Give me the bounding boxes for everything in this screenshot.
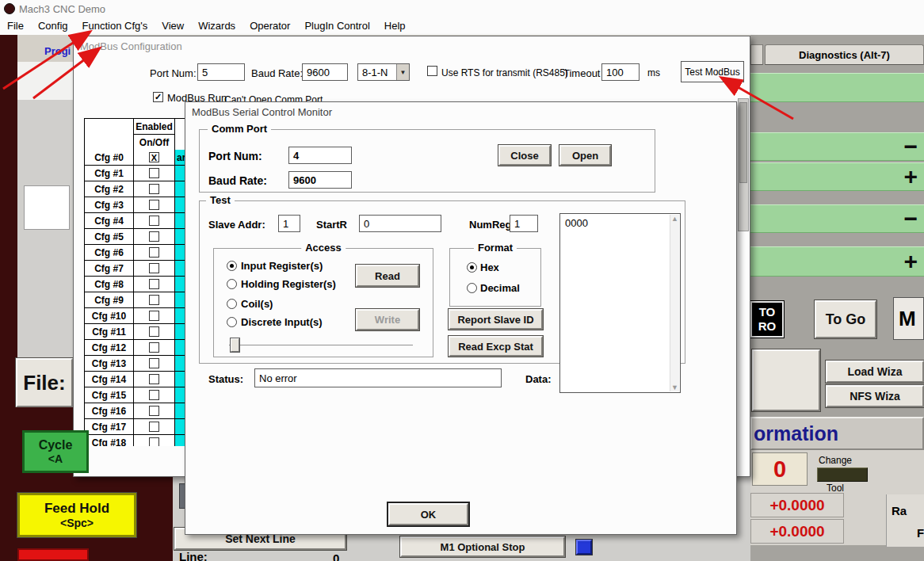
- cfg-row: Cfg #2: [85, 181, 192, 197]
- menu-item-file[interactable]: File: [0, 17, 31, 35]
- timeout-input[interactable]: 100: [601, 63, 640, 81]
- cfg-row-enabled-checkbox[interactable]: [134, 181, 175, 197]
- axis-bar-4[interactable]: −: [750, 204, 924, 233]
- cfg-row-enabled-checkbox[interactable]: [134, 261, 175, 277]
- cfg-row-enabled-checkbox[interactable]: [134, 308, 175, 324]
- chevron-down-icon[interactable]: ▼: [396, 64, 409, 80]
- cfg-row-enabled-checkbox[interactable]: [134, 435, 175, 446]
- axis-bar-3[interactable]: +: [750, 162, 924, 191]
- last-wizard-button-partial[interactable]: [752, 349, 820, 411]
- discrete-inputs-radio[interactable]: [227, 317, 237, 327]
- cfg-row-enabled-checkbox[interactable]: [134, 387, 175, 403]
- cfg-row-enabled-checkbox[interactable]: X: [134, 150, 175, 166]
- menu-item-function-cfgs[interactable]: Function Cfg's: [75, 17, 155, 35]
- checkbox-icon: [149, 358, 159, 368]
- read-excp-stat-button[interactable]: Read Excp Stat: [449, 336, 543, 357]
- tab-partial[interactable]: [750, 44, 763, 65]
- write-button[interactable]: Write: [356, 309, 419, 330]
- ok-button[interactable]: OK: [388, 503, 468, 525]
- file-button-partial[interactable]: File:: [16, 358, 73, 407]
- access-legend: Access: [301, 242, 346, 254]
- cfg-row-enabled-checkbox[interactable]: [134, 277, 175, 292]
- cfg-row-enabled-checkbox[interactable]: [134, 197, 175, 213]
- start-reg-input[interactable]: 0: [359, 215, 441, 232]
- data-listbox-scrollbar[interactable]: ▲ ▼: [670, 215, 679, 391]
- coils-radio[interactable]: [227, 299, 237, 309]
- axis-bar-5[interactable]: +: [750, 246, 924, 277]
- tool-change-panel: 0 Change Tool: [750, 450, 924, 493]
- hex-radio[interactable]: [467, 262, 477, 273]
- data-listbox[interactable]: 0000 ▲ ▼: [559, 213, 681, 393]
- cfg-row-enabled-checkbox[interactable]: [134, 213, 175, 229]
- monitor-port-num-input[interactable]: 4: [288, 147, 352, 164]
- feedrate-panel-partial: Ra F: [886, 494, 924, 547]
- rts-checkbox[interactable]: [427, 66, 437, 76]
- close-button[interactable]: Close: [498, 145, 551, 166]
- cfg-row: Cfg #11: [85, 324, 192, 340]
- to-go-button[interactable]: To Go: [815, 300, 876, 338]
- menu-item-help[interactable]: Help: [377, 17, 413, 35]
- menu-item-plugin-control[interactable]: PlugIn Control: [297, 17, 376, 35]
- program-run-tab-partial[interactable]: Progi: [44, 45, 71, 57]
- m1-led-indicator: [576, 540, 592, 555]
- cfg-row-enabled-checkbox[interactable]: [134, 419, 175, 435]
- port-num-input[interactable]: 5: [197, 63, 245, 81]
- slave-addr-input[interactable]: 1: [278, 215, 300, 232]
- menu-item-wizards[interactable]: Wizards: [191, 17, 242, 35]
- checkbox-icon: [149, 437, 159, 446]
- cfg-row-enabled-checkbox[interactable]: [134, 403, 175, 419]
- decimal-radio[interactable]: [467, 283, 477, 293]
- test-modbus-button[interactable]: Test ModBus: [681, 61, 744, 82]
- checkbox-icon: [149, 311, 159, 321]
- num-reg-input[interactable]: 1: [510, 215, 538, 232]
- menu-item-view[interactable]: View: [155, 17, 191, 35]
- screen-tab-strip: Progi: [17, 35, 73, 62]
- cfg-grid-enabled-header: Enabled On/Off: [134, 119, 175, 151]
- feed-hold-button[interactable]: Feed Hold <Spc>: [17, 493, 136, 537]
- poll-slider-thumb[interactable]: [231, 338, 239, 352]
- scroll-up-icon[interactable]: ▲: [671, 215, 678, 223]
- checkbox-icon: [149, 390, 159, 400]
- cfg-row-enabled-checkbox[interactable]: [134, 340, 175, 356]
- cfg-row: Cfg #12: [85, 340, 192, 356]
- m1-optional-stop-button[interactable]: M1 Optional Stop: [400, 536, 565, 557]
- goto-zero-button-partial[interactable]: TO RO: [750, 301, 784, 338]
- holding-registers-radio[interactable]: [227, 279, 237, 289]
- menu-item-operator[interactable]: Operator: [242, 17, 297, 35]
- cfg-row: Cfg #18: [85, 435, 192, 446]
- menu-item-config[interactable]: Config: [31, 17, 75, 35]
- input-registers-radio[interactable]: [227, 261, 237, 271]
- cfg-row-enabled-checkbox[interactable]: [134, 292, 175, 308]
- cfg-row: Cfg #16: [85, 403, 192, 419]
- machine-coords-button-partial[interactable]: M: [893, 297, 924, 340]
- cfg-row-enabled-checkbox[interactable]: [134, 229, 175, 245]
- dro-value-1[interactable]: +0.0000: [750, 493, 844, 517]
- cfg-row-enabled-checkbox[interactable]: [134, 245, 175, 261]
- monitor-baud-rate-input[interactable]: 9600: [288, 171, 352, 189]
- current-tool-display[interactable]: 0: [752, 452, 808, 486]
- dro-value-2[interactable]: +0.0000: [750, 519, 844, 544]
- cfg-row-enabled-checkbox[interactable]: [134, 324, 175, 340]
- cycle-start-line2: <A: [48, 452, 63, 465]
- open-button[interactable]: Open: [559, 145, 611, 166]
- axis-bar-2[interactable]: −: [750, 132, 924, 161]
- nfs-wizard-button[interactable]: NFS Wiza: [826, 385, 924, 407]
- cfg-row-enabled-checkbox[interactable]: [134, 356, 175, 372]
- axis-bar-1[interactable]: [750, 73, 924, 102]
- cfg-grid-scrollbar[interactable]: [738, 98, 749, 231]
- read-button[interactable]: Read: [356, 265, 419, 287]
- cfg-row-enabled-checkbox[interactable]: [134, 166, 175, 181]
- tab-diagnostics[interactable]: Diagnostics (Alt-7): [765, 44, 924, 65]
- cycle-start-button[interactable]: Cycle <A: [22, 430, 89, 473]
- baud-rate-input[interactable]: 9600: [302, 63, 348, 81]
- cfg-grid-scrollbar-thumb[interactable]: [739, 102, 747, 183]
- cfg-row-enabled-checkbox[interactable]: [134, 372, 175, 387]
- load-wizard-button[interactable]: Load Wiza: [826, 361, 924, 383]
- scroll-down-icon[interactable]: ▼: [671, 384, 678, 391]
- parity-dropdown[interactable]: 8-1-N ▼: [357, 63, 410, 81]
- report-slave-id-button[interactable]: Report Slave ID: [449, 309, 543, 330]
- stop-button-partial[interactable]: [17, 548, 89, 561]
- modbus-run-checkbox[interactable]: ✓: [153, 92, 163, 102]
- line-value[interactable]: 0: [333, 551, 339, 561]
- start-reg-label: StartR: [316, 219, 347, 231]
